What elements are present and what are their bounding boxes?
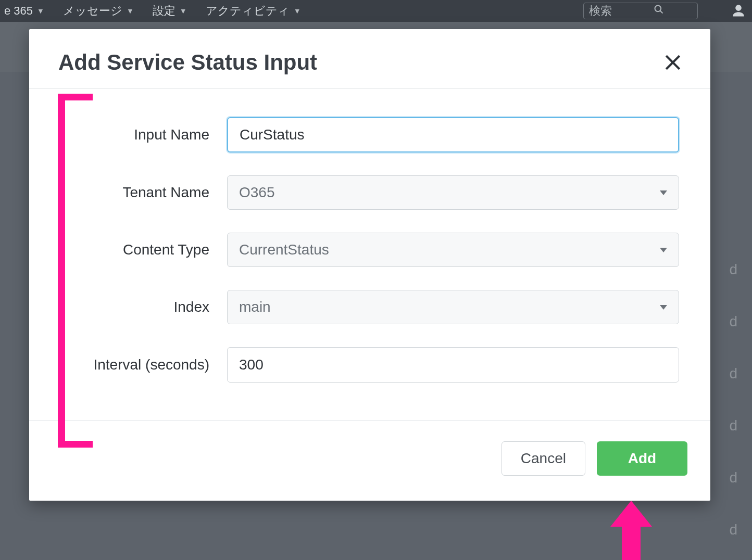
nav-item-label: アクティビティ: [206, 3, 290, 19]
interval-field[interactable]: [227, 347, 679, 383]
field-row-interval: Interval (seconds): [60, 347, 679, 383]
chevron-down-icon: ▼: [180, 7, 187, 15]
field-row-input-name: Input Name: [60, 117, 679, 152]
nav-item-messages[interactable]: メッセージ ▼: [63, 3, 134, 19]
select-value: CurrentStatus: [239, 241, 329, 258]
nav-item-label: e 365: [4, 4, 33, 18]
nav-item-label: 設定: [153, 3, 176, 19]
select-value: O365: [239, 184, 275, 201]
tenant-name-select[interactable]: O365: [227, 175, 679, 210]
nav-item-activity[interactable]: アクティビティ ▼: [206, 3, 301, 19]
add-service-status-modal: Add Service Status Input Input Name Tena…: [29, 29, 710, 501]
field-row-content-type: Content Type CurrentStatus: [60, 233, 679, 267]
modal-footer: Cancel Add: [29, 421, 710, 501]
cancel-button[interactable]: Cancel: [502, 441, 585, 476]
close-icon[interactable]: [665, 54, 681, 71]
bg-row: d: [729, 400, 737, 452]
chevron-down-icon: [660, 248, 667, 252]
field-label: Index: [60, 299, 227, 315]
input-name-field[interactable]: [227, 117, 679, 152]
chevron-down-icon: [660, 190, 667, 195]
field-label: Interval (seconds): [60, 357, 227, 373]
search-icon: [654, 4, 664, 18]
modal-header: Add Service Status Input: [29, 29, 710, 88]
button-label: Add: [628, 450, 656, 467]
svg-line-1: [660, 11, 663, 14]
user-icon[interactable]: [731, 4, 746, 18]
field-label: Tenant Name: [60, 184, 227, 201]
bg-row: d: [729, 452, 737, 504]
chevron-down-icon: ▼: [127, 7, 134, 15]
bg-row: d: [729, 244, 737, 296]
content-type-select[interactable]: CurrentStatus: [227, 233, 679, 267]
search-placeholder: 検索: [589, 3, 612, 19]
index-select[interactable]: main: [227, 290, 679, 324]
select-value: main: [239, 299, 271, 315]
add-button[interactable]: Add: [597, 441, 687, 476]
field-label: Input Name: [60, 126, 227, 143]
button-label: Cancel: [521, 450, 566, 467]
field-row-tenant-name: Tenant Name O365: [60, 175, 679, 210]
field-label: Content Type: [60, 241, 227, 258]
top-nav: e 365 ▼ メッセージ ▼ 設定 ▼ アクティビティ ▼ 検索: [0, 0, 752, 22]
bg-row: d: [729, 296, 737, 348]
svg-point-0: [655, 6, 661, 12]
bg-row: d: [729, 348, 737, 400]
chevron-down-icon: [660, 305, 667, 310]
modal-body: Input Name Tenant Name O365 Content Type…: [29, 89, 710, 420]
chevron-down-icon: ▼: [37, 7, 44, 15]
nav-item-label: メッセージ: [63, 3, 122, 19]
field-row-index: Index main: [60, 290, 679, 324]
nav-item-app[interactable]: e 365 ▼: [4, 4, 44, 18]
svg-marker-2: [610, 501, 652, 560]
background-list: d d d d d d: [729, 244, 737, 556]
search-input-wrap[interactable]: 検索: [583, 3, 698, 19]
chevron-down-icon: ▼: [294, 7, 301, 15]
nav-item-settings[interactable]: 設定 ▼: [153, 3, 187, 19]
modal-title: Add Service Status Input: [58, 50, 317, 75]
bg-row: d: [729, 504, 737, 556]
annotation-arrow: [610, 501, 652, 560]
